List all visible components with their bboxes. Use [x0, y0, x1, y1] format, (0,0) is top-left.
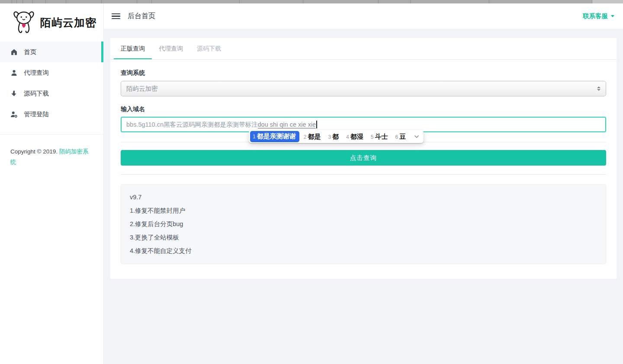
user-gear-icon — [10, 111, 18, 118]
home-icon — [10, 48, 18, 56]
query-submit-button[interactable]: 点击查询 — [121, 150, 606, 166]
page-title: 后台首页 — [128, 12, 155, 21]
tab-bar: 正版查询 代理查询 源码下载 — [110, 38, 617, 60]
select-spinner-icon — [597, 86, 601, 91]
ime-candidate-index: 3 — [328, 134, 331, 140]
query-card: 正版查询 代理查询 源码下载 查询系统 陌屿云加密 输入域名 bbs.5g110… — [110, 38, 617, 279]
ime-candidate-index: 1 — [253, 134, 256, 140]
sidebar-item-agent-query[interactable]: 代理查询 — [0, 62, 103, 83]
sidebar: 陌屿云加密 首页 代理查询 源码下载 — [0, 3, 104, 364]
ime-expand-chevron-icon[interactable] — [414, 135, 419, 138]
ime-composition-text: dou shi qin ce xie xie — [258, 121, 316, 128]
top-header: 后台首页 联系客服 — [104, 3, 623, 29]
system-select[interactable]: 陌屿云加密 — [121, 81, 606, 96]
tab-agent-query[interactable]: 代理查询 — [152, 38, 190, 59]
dog-logo-icon — [11, 10, 36, 35]
sidebar-item-source-download[interactable]: 源码下载 — [0, 83, 103, 104]
ime-candidate-4[interactable]: 4 都湿 — [346, 133, 363, 141]
system-select-value: 陌屿云加密 — [126, 85, 158, 93]
changelog-version: v9.7 — [130, 191, 597, 204]
app-logo: 陌屿云加密 — [0, 3, 103, 42]
query-form: 查询系统 陌屿云加密 输入域名 bbs.5g110.cn黑客云源码网亲测都是亲测… — [110, 60, 617, 264]
ime-candidate-text: 斗士 — [375, 133, 388, 141]
ime-candidate-6[interactable]: 6 豆 — [395, 133, 406, 141]
ime-candidate-text: 都 — [332, 133, 339, 141]
ime-candidate-text: 都是 — [308, 133, 321, 141]
ime-candidate-index: 5 — [371, 134, 374, 140]
sidebar-item-admin-login[interactable]: 管理登陆 — [0, 104, 103, 125]
tab-genuine-query[interactable]: 正版查询 — [114, 38, 152, 59]
sidebar-item-label: 代理查询 — [24, 69, 49, 77]
menu-toggle-icon[interactable] — [112, 13, 120, 19]
text-caret — [316, 121, 317, 128]
user-icon — [10, 69, 18, 77]
main-content: 正版查询 代理查询 源码下载 查询系统 陌屿云加密 输入域名 bbs.5g110… — [104, 29, 623, 364]
divider — [121, 174, 606, 175]
browser-tab-strip — [0, 0, 623, 3]
ime-candidate-index: 4 — [346, 134, 349, 140]
ime-candidate-2[interactable]: 2 都是 — [304, 133, 321, 141]
ime-candidate-text: 都湿 — [350, 133, 363, 141]
sidebar-item-label: 管理登陆 — [24, 110, 49, 118]
ime-candidate-3[interactable]: 3 都 — [328, 133, 339, 141]
ime-candidate-text: 豆 — [399, 133, 406, 141]
chevron-down-icon — [611, 15, 614, 17]
app-title: 陌屿云加密 — [40, 16, 96, 30]
tab-source-download[interactable]: 源码下载 — [190, 38, 228, 59]
changelog-box: v9.7 1.修复不能禁封用户 2.修复后台分页bug 3.更换了全站模板 4.… — [121, 184, 606, 264]
ime-candidate-5[interactable]: 5 斗士 — [371, 133, 388, 141]
changelog-item: 1.修复不能禁封用户 — [130, 204, 597, 217]
copyright-text: Copyright © 2019. — [10, 148, 59, 155]
contact-support-dropdown[interactable]: 联系客服 — [583, 12, 614, 20]
domain-input-label: 输入域名 — [121, 105, 606, 113]
copyright: Copyright © 2019. 陌屿加密系统 — [0, 134, 103, 167]
download-icon — [10, 90, 18, 97]
ime-candidate-index: 2 — [304, 134, 307, 140]
sidebar-item-home[interactable]: 首页 — [0, 42, 103, 62]
contact-support-label: 联系客服 — [583, 12, 608, 20]
sidebar-item-label: 首页 — [24, 48, 36, 56]
ime-candidate-1[interactable]: 1 都是亲测谢谢 — [250, 131, 299, 142]
system-select-label: 查询系统 — [121, 69, 606, 77]
ime-candidate-index: 6 — [395, 134, 398, 140]
changelog-item: 4.修复不能自定义支付 — [130, 244, 597, 258]
domain-input-value: bbs.5g110.cn黑客云源码网亲测都是亲测带标注 — [126, 121, 258, 129]
changelog-item: 3.更换了全站模板 — [130, 231, 597, 244]
sidebar-menu: 首页 代理查询 源码下载 — [0, 42, 103, 125]
ime-candidate-text: 都是亲测谢谢 — [257, 132, 296, 140]
changelog-item: 2.修复后台分页bug — [130, 217, 597, 231]
sidebar-item-label: 源码下载 — [24, 89, 49, 98]
ime-candidate-bar: 1 都是亲测谢谢 2 都是 3 都 4 都湿 — [249, 130, 424, 143]
